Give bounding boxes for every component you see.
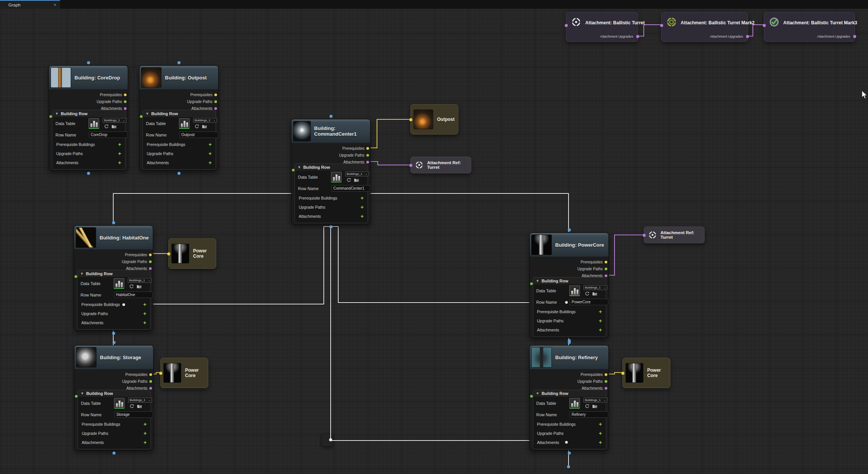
browse-to-asset-icon[interactable] bbox=[136, 284, 142, 289]
row-name-input[interactable] bbox=[89, 132, 128, 138]
pin-dot[interactable] bbox=[149, 260, 152, 263]
attachment-ref-input-pin[interactable] bbox=[643, 234, 646, 237]
use-selected-asset-icon[interactable] bbox=[129, 284, 134, 289]
use-selected-asset-icon[interactable] bbox=[195, 124, 199, 128]
row-name-input[interactable] bbox=[570, 411, 608, 418]
add-element-button[interactable]: + bbox=[118, 142, 121, 147]
pin-dot[interactable] bbox=[605, 268, 607, 270]
data-table-asset-thumbnail[interactable] bbox=[114, 278, 124, 289]
building-row-input-pin[interactable] bbox=[74, 275, 77, 278]
node-attachment-ballistic-turret[interactable]: Attachment: Ballistic TurretAttachment U… bbox=[566, 12, 638, 42]
node-turret-ref-1[interactable]: Attachment Ref: Turret bbox=[410, 157, 471, 173]
pin-dot[interactable] bbox=[149, 373, 152, 376]
pin-dot[interactable] bbox=[124, 107, 127, 110]
array-element-pin-dot[interactable] bbox=[122, 303, 125, 306]
node-ref-powercore-ref-2[interactable]: Power Core bbox=[160, 358, 208, 388]
row-name-input[interactable] bbox=[331, 185, 370, 192]
graph-editor-canvas[interactable]: Graph × Building: CoreDropPrerequisitesU… bbox=[0, 0, 868, 474]
add-element-button[interactable]: + bbox=[144, 440, 147, 445]
use-selected-asset-icon[interactable] bbox=[130, 404, 134, 408]
data-table-dropdown[interactable]: Buildings_1⌄ bbox=[345, 171, 369, 176]
node-top-pin[interactable] bbox=[87, 61, 90, 64]
data-table-asset-thumbnail[interactable] bbox=[569, 398, 580, 409]
node-top-pin[interactable] bbox=[568, 228, 571, 231]
building-row-header[interactable]: ▼Building Row bbox=[533, 390, 606, 397]
row-name-input[interactable] bbox=[570, 299, 608, 305]
data-table-dropdown[interactable]: Buildings_1⌄ bbox=[128, 398, 152, 403]
use-selected-asset-icon[interactable] bbox=[347, 178, 351, 182]
browse-to-asset-icon[interactable] bbox=[137, 404, 142, 408]
building-row-input-pin[interactable] bbox=[530, 395, 533, 398]
attachment-input-pin[interactable] bbox=[660, 24, 663, 27]
node-building-refinery[interactable]: Building: RefineryPrerequisitesUpgrade P… bbox=[529, 345, 609, 450]
pin-dot-white[interactable] bbox=[329, 438, 332, 441]
data-table-asset-thumbnail[interactable] bbox=[331, 172, 342, 182]
use-selected-asset-icon[interactable] bbox=[104, 124, 109, 128]
add-element-button[interactable]: + bbox=[599, 422, 602, 427]
pin-dot[interactable] bbox=[214, 94, 217, 96]
pin-dot[interactable] bbox=[366, 147, 369, 150]
tab-graph[interactable]: Graph × bbox=[0, 0, 60, 9]
add-element-button[interactable]: + bbox=[361, 205, 364, 210]
node-ref-powercore-ref-1[interactable]: Power Core bbox=[168, 238, 216, 269]
building-row-input-pin[interactable] bbox=[75, 395, 78, 398]
row-name-input[interactable] bbox=[179, 132, 218, 138]
browse-to-asset-icon[interactable] bbox=[592, 404, 597, 408]
attachment-input-pin[interactable] bbox=[565, 24, 568, 27]
attachment-upgrades-pin[interactable] bbox=[853, 35, 856, 38]
browse-to-asset-icon[interactable] bbox=[202, 124, 207, 128]
node-building-outpost[interactable]: Building: OutpostPrerequisitesUpgrade Pa… bbox=[139, 65, 219, 171]
row-name-input[interactable] bbox=[114, 292, 153, 298]
data-table-dropdown[interactable]: Buildings_1⌄ bbox=[583, 398, 607, 403]
browse-to-asset-icon[interactable] bbox=[354, 178, 359, 182]
pin-dot[interactable] bbox=[149, 387, 152, 390]
building-row-input-pin[interactable] bbox=[140, 115, 143, 118]
add-element-button[interactable]: + bbox=[144, 431, 147, 436]
pin-dot[interactable] bbox=[605, 380, 607, 383]
node-building-powercore[interactable]: Building: PowerCorePrerequisitesUpgrade … bbox=[529, 233, 609, 338]
pin-dot[interactable] bbox=[605, 387, 607, 390]
pin-dot[interactable] bbox=[366, 161, 369, 163]
node-building-habitatone[interactable]: Building: HabitatOnePrerequisitesUpgrade… bbox=[74, 225, 153, 331]
pin-dot[interactable] bbox=[366, 154, 369, 157]
node-building-commandcenter1[interactable]: Building: CommandCenter1PrerequisitesUpg… bbox=[291, 119, 371, 224]
attachment-upgrades-pin[interactable] bbox=[636, 35, 639, 38]
node-ref-powercore-ref-3[interactable]: Power Core bbox=[622, 358, 670, 388]
collapse-arrow-icon[interactable]: ▼ bbox=[536, 392, 539, 395]
pin-dot-blue[interactable] bbox=[567, 465, 570, 468]
data-table-dropdown[interactable]: Buildings_1⌄ bbox=[583, 285, 607, 290]
add-element-button[interactable]: + bbox=[144, 422, 147, 427]
node-top-pin[interactable] bbox=[177, 61, 181, 64]
pin-dot[interactable] bbox=[214, 100, 217, 103]
add-element-button[interactable]: + bbox=[143, 320, 146, 325]
node-attachment-ballistic-turret-mark3[interactable]: Attachment: Ballistic Turret Mark3Attach… bbox=[764, 12, 855, 42]
collapse-arrow-icon[interactable]: ▼ bbox=[536, 279, 539, 283]
data-table-asset-thumbnail[interactable] bbox=[569, 285, 580, 296]
node-ref-outpost-ref[interactable]: Outpost bbox=[410, 104, 458, 135]
attachment-ref-input-pin[interactable] bbox=[409, 164, 412, 167]
node-building-coredrop[interactable]: Building: CoreDropPrerequisitesUpgrade P… bbox=[49, 65, 128, 171]
array-element-pin-dot[interactable] bbox=[565, 441, 568, 444]
building-row-header[interactable]: ▼Building Row bbox=[78, 270, 150, 277]
building-row-header[interactable]: ▼Building Row bbox=[533, 277, 606, 284]
add-element-button[interactable]: + bbox=[209, 142, 212, 147]
data-table-dropdown[interactable]: Buildings_1⌄ bbox=[128, 278, 152, 283]
add-element-button[interactable]: + bbox=[143, 302, 146, 307]
pin-dot[interactable] bbox=[149, 267, 152, 270]
node-bottom-pin[interactable] bbox=[329, 225, 333, 228]
add-element-button[interactable]: + bbox=[599, 440, 602, 445]
collapse-arrow-icon[interactable]: ▼ bbox=[55, 112, 59, 116]
collapse-arrow-icon[interactable]: ▼ bbox=[146, 112, 149, 116]
node-bottom-pin[interactable] bbox=[112, 452, 116, 455]
pin-dot[interactable] bbox=[605, 274, 607, 277]
collapse-arrow-icon[interactable]: ▼ bbox=[80, 272, 84, 276]
building-row-header[interactable]: ▼Building Row bbox=[52, 110, 125, 117]
ref-input-pin[interactable] bbox=[159, 372, 162, 375]
add-element-button[interactable]: + bbox=[361, 195, 364, 201]
ref-input-pin[interactable] bbox=[409, 118, 412, 121]
node-top-pin[interactable] bbox=[112, 341, 116, 344]
building-row-header[interactable]: ▼Building Row bbox=[78, 390, 150, 397]
pin-dot[interactable] bbox=[149, 380, 152, 383]
building-row-input-pin[interactable] bbox=[49, 115, 52, 118]
node-bottom-pin[interactable] bbox=[177, 172, 181, 175]
